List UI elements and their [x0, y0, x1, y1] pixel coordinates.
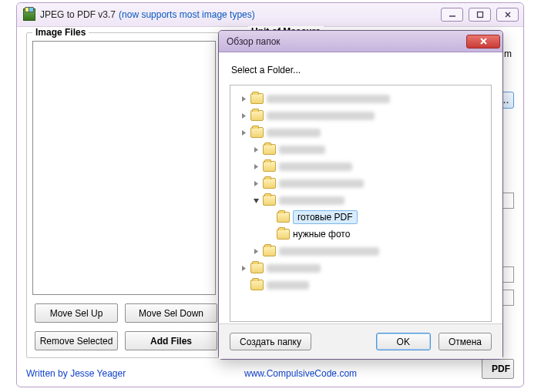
app-icon	[23, 8, 35, 21]
folder-icon	[250, 110, 264, 121]
tree-row[interactable]	[235, 124, 486, 141]
tree-row[interactable]	[235, 243, 486, 260]
dialog-instruction: Select a Folder...	[231, 65, 492, 75]
folder-icon	[277, 212, 290, 223]
folder-icon	[263, 178, 276, 189]
expand-icon[interactable]	[252, 162, 260, 170]
tree-row[interactable]	[235, 260, 486, 276]
tree-item-label: нужные фото	[293, 229, 350, 240]
folder-icon	[250, 127, 264, 138]
redacted-label	[267, 264, 321, 273]
expand-icon[interactable]	[240, 281, 247, 289]
folder-tree[interactable]: готовые PDF нужные фото	[230, 85, 492, 322]
folder-icon	[263, 246, 276, 256]
tree-row[interactable]: нужные фото	[235, 226, 486, 243]
dialog-titlebar[interactable]: Обзор папок	[219, 31, 502, 52]
tree-row[interactable]	[235, 158, 486, 175]
redacted-label	[279, 196, 344, 205]
expand-icon[interactable]	[252, 247, 260, 255]
create-pdf-button[interactable]: PDF	[482, 359, 514, 379]
svg-rect-1	[477, 12, 482, 18]
tree-row[interactable]	[235, 107, 486, 124]
redacted-label	[267, 112, 375, 120]
app-title: JPEG to PDF v3.7	[40, 9, 116, 20]
window-controls	[441, 8, 519, 22]
image-files-listbox[interactable]	[32, 41, 216, 295]
expand-icon[interactable]	[240, 129, 247, 136]
expand-icon[interactable]	[240, 95, 247, 102]
folder-icon	[263, 195, 276, 206]
unit-trailing-letter: m	[504, 49, 512, 59]
tree-row[interactable]	[235, 90, 486, 107]
maximize-button[interactable]	[469, 8, 491, 22]
written-by-link[interactable]: Written by Jesse Yeager	[26, 368, 126, 379]
redacted-label	[279, 179, 364, 188]
expand-icon[interactable]	[240, 112, 247, 119]
cancel-button[interactable]: Отмена	[439, 333, 492, 350]
tree-row[interactable]	[235, 141, 486, 158]
minimize-button[interactable]	[441, 8, 463, 22]
dialog-title: Обзор папок	[227, 36, 281, 47]
move-sel-down-button[interactable]: Move Sel Down	[125, 303, 217, 323]
dialog-body: Select a Folder...	[219, 52, 502, 359]
folder-icon	[250, 263, 264, 273]
folder-icon	[263, 144, 276, 155]
close-button[interactable]	[496, 8, 519, 22]
redacted-label	[267, 95, 390, 103]
expand-icon[interactable]	[252, 146, 260, 153]
image-files-legend: Image Files	[32, 27, 89, 38]
redacted-label	[279, 247, 379, 256]
redacted-label	[267, 129, 321, 137]
folder-icon	[250, 280, 264, 290]
redacted-label	[279, 162, 352, 171]
main-titlebar[interactable]: JPEG to PDF v3.7 (now supports most imag…	[17, 3, 523, 27]
tree-row[interactable]	[235, 192, 486, 209]
browse-folder-dialog: Обзор папок Select a Folder...	[218, 30, 503, 360]
image-files-group: Image Files Move Sel Up Move Sel Down Re…	[26, 32, 221, 358]
dialog-footer: Создать папку OK Отмена	[219, 323, 502, 359]
move-sel-up-button[interactable]: Move Sel Up	[35, 303, 118, 323]
new-folder-button[interactable]: Создать папку	[230, 333, 311, 350]
dialog-close-button[interactable]	[466, 35, 500, 49]
expand-icon[interactable]	[252, 179, 260, 187]
tree-item-label: готовые PDF	[293, 210, 358, 224]
homepage-link[interactable]: www.CompulsiveCode.com	[244, 368, 357, 379]
redacted-label	[267, 281, 309, 290]
tree-row[interactable]	[235, 276, 486, 293]
add-files-button[interactable]: Add Files	[125, 331, 217, 350]
folder-icon	[277, 229, 290, 240]
redacted-label	[279, 146, 325, 154]
ok-button[interactable]: OK	[376, 333, 431, 350]
folder-icon	[250, 93, 264, 104]
remove-selected-button[interactable]: Remove Selected	[35, 331, 118, 350]
folder-icon	[263, 161, 276, 172]
expand-icon[interactable]	[240, 264, 247, 272]
collapse-icon[interactable]	[252, 196, 260, 204]
tree-row[interactable]	[235, 175, 486, 192]
tree-row-selected[interactable]: готовые PDF	[235, 209, 486, 226]
app-subtitle: (now supports most image types)	[119, 9, 255, 20]
